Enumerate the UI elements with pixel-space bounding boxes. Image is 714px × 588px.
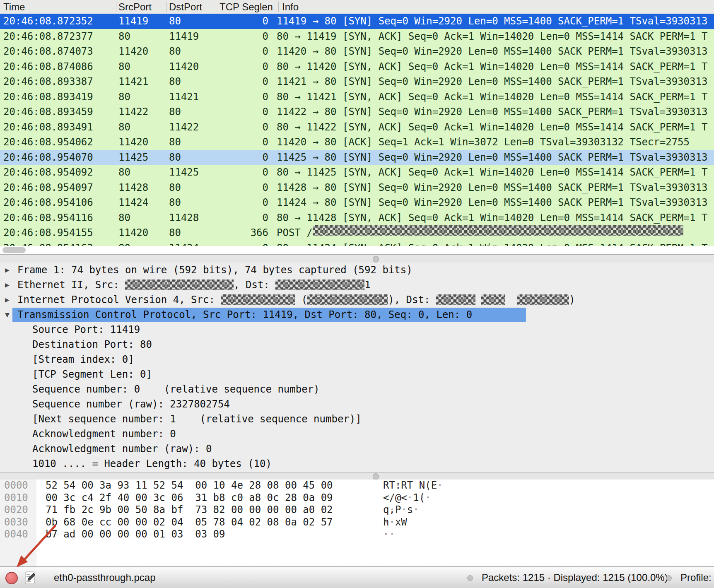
packet-row[interactable]: 20:46:08.9540971142880011428 → 80 [SYN] … [0,180,714,195]
packet-info-cell: 80 → 11424 [SYN, ACK] Seq=0 Ack=1 Win=14… [277,241,707,246]
collapse-arrow-icon[interactable]: ▼ [5,307,10,322]
hex-offset: 0040 [4,528,28,541]
packet-info-cell: 11428 → 80 [SYN] Seq=0 Win=2920 Len=0 MS… [277,180,707,195]
column-header-info[interactable]: Info [282,0,299,14]
expand-arrow-icon[interactable]: ▶ [5,277,10,292]
detail-line[interactable]: ▶Frame 1: 74 bytes on wire (592 bits), 7… [0,263,714,277]
column-divider[interactable] [278,2,279,12]
detail-line[interactable]: ▼Transmission Control Protocol, Src Port… [0,307,714,322]
packet-row[interactable]: 20:46:08.9541061142480011424 → 80 [SYN] … [0,195,714,210]
redacted-content [313,225,683,236]
packet-row[interactable]: 20:46:08.8934198011421080 → 11421 [SYN, … [0,89,714,105]
profile-label[interactable]: Profile: D [680,567,714,588]
redacted-content [517,294,569,305]
hex-ascii: RT·:··RT ··N(··E· [383,480,437,492]
packet-list-header: Time SrcPort DstPort TCP Seglen Info [0,0,714,14]
packet-info-cell: POST / [277,225,313,241]
redacted-content [221,294,295,305]
detail-line[interactable]: 1010 .... = Header Length: 40 bytes (10) [0,456,714,471]
packet-list: 20:46:08.8723521141980011419 → 80 [SYN] … [0,14,714,246]
packet-info-cell: 80 → 11428 [SYN, ACK] Seq=0 Ack=1 Win=14… [277,210,707,226]
detail-line[interactable]: Source Port: 11419 [0,322,714,337]
column-divider[interactable] [166,2,166,12]
packet-row[interactable]: 20:46:08.8933871142180011421 → 80 [SYN] … [0,74,714,89]
packet-info-cell: 80 → 11425 [SYN, ACK] Seq=0 Ack=1 Win=14… [277,165,707,180]
packet-info-cell: 11422 → 80 [SYN] Seq=0 Win=2920 Len=0 MS… [277,104,707,120]
hex-row[interactable]: 0040b7 ad 00 00 00 00 01 03 03 09·······… [0,528,714,541]
detail-line[interactable]: Destination Port: 80 [0,337,714,352]
status-separator-dot [666,575,672,581]
hex-ascii: q·,··P·· s······· [383,504,413,516]
wireshark-window: Time SrcPort DstPort TCP Seglen Info 20:… [0,0,714,588]
packet-details-pane: ▶Frame 1: 74 bytes on wire (592 bits), 7… [0,263,714,472]
detail-line[interactable]: ▶Ethernet II, Src: , Dst: 1 [0,277,714,292]
hex-bytes: 71 fb 2c 9b 00 50 8a bf 73 82 00 00 00 0… [46,504,333,516]
hex-offset: 0030 [4,516,28,529]
hex-row[interactable]: 002071 fb 2c 9b 00 50 8a bf 73 82 00 00 … [0,504,714,516]
splitter-handle[interactable] [373,256,379,263]
hex-offset: 0020 [4,504,28,516]
packet-row[interactable]: 20:46:08.8740731142080011420 → 80 [SYN] … [0,44,714,59]
packet-row[interactable]: 20:46:08.8723778011419080 → 11419 [SYN, … [0,29,714,44]
capture-status-icon[interactable] [5,572,18,584]
packet-info-cell: 11420 → 80 [SYN] Seq=0 Win=2920 Len=0 MS… [277,44,707,59]
column-header-srcport[interactable]: SrcPort [118,0,152,14]
pane-splitter-top[interactable] [0,254,714,263]
redacted-content [275,280,364,290]
packet-info-cell: 11425 → 80 [SYN] Seq=0 Win=2920 Len=0 MS… [277,150,707,165]
packet-row[interactable]: 20:46:08.8934591142280011422 → 80 [SYN] … [0,104,714,120]
hex-row[interactable]: 001000 3c c4 2f 40 00 3c 06 31 b8 c0 a8 … [0,492,714,504]
column-divider[interactable] [116,2,116,12]
detail-line[interactable]: Acknowledgment number (raw): 0 [0,441,714,456]
capture-filename: eth0-passthrough.pcap [54,567,156,588]
redacted-content [125,280,234,290]
packet-info-cell: 80 → 11420 [SYN, ACK] Seq=0 Ack=1 Win=14… [277,59,707,75]
horizontal-scrollbar[interactable] [0,246,714,255]
packet-bytes-pane[interactable]: 000052 54 00 3a 93 11 52 54 00 10 4e 28 … [0,480,714,566]
column-header-seglen[interactable]: TCP Seglen [220,0,273,14]
detail-line[interactable]: Acknowledgment number: 0 [0,427,714,441]
packet-row[interactable]: 20:46:08.8740868011420080 → 11420 [SYN, … [0,59,714,75]
packet-row[interactable]: 20:46:08.9540701142580011425 → 80 [SYN] … [0,150,714,165]
redacted-content [436,294,475,305]
hex-ascii: ·<·/@·<· 1····(·· [383,492,425,504]
status-bar: eth0-passthrough.pcap Packets: 1215 · Di… [0,566,714,588]
packet-row[interactable]: 20:46:08.9541551142080366POST / [0,225,714,241]
detail-line[interactable]: ▶Internet Protocol Version 4, Src: (), D… [0,292,714,307]
splitter-handle[interactable] [373,473,379,480]
packet-info-cell: 11420 → 80 [ACK] Seq=1 Ack=1 Win=3072 Le… [277,135,690,150]
hex-offset: 0010 [4,492,28,504]
expand-arrow-icon[interactable]: ▶ [5,292,10,307]
hex-offset: 0000 [4,480,28,492]
column-divider[interactable] [216,2,216,12]
packet-row[interactable]: 20:46:08.9540621142080011420 → 80 [ACK] … [0,135,714,150]
packet-row[interactable]: 20:46:08.8723521141980011419 → 80 [SYN] … [0,14,714,29]
hex-bytes: 0b 68 0e cc 00 00 02 04 05 78 04 02 08 0… [46,516,333,529]
packet-info-cell: 11421 → 80 [SYN] Seq=0 Win=2920 Len=0 MS… [277,74,707,89]
detail-line[interactable]: [Stream index: 0] [0,352,714,367]
packet-counts-label: Packets: 1215 · Displayed: 1215 (100.0%) [482,567,668,588]
scrollbar-thumb[interactable] [2,247,26,253]
packet-row[interactable]: 20:46:08.9540928011425080 → 11425 [SYN, … [0,165,714,180]
detail-line[interactable]: Sequence number: 0 (relative sequence nu… [0,382,714,397]
expert-info-icon[interactable] [25,571,36,588]
detail-line[interactable]: [Next sequence number: 1 (relative seque… [0,412,714,427]
packet-row[interactable]: 20:46:08.9541168011428080 → 11428 [SYN, … [0,210,714,226]
expand-arrow-icon[interactable]: ▶ [5,263,10,277]
hex-ascii: ·h······ ·x·····W [383,516,407,529]
hex-row[interactable]: 00300b 68 0e cc 00 00 02 04 05 78 04 02 … [0,516,714,529]
column-header-time[interactable]: Time [3,0,25,14]
redacted-content [481,294,505,305]
detail-line[interactable]: [TCP Segment Len: 0] [0,367,714,382]
packet-info-cell: 80 → 11421 [SYN, ACK] Seq=0 Ack=1 Win=14… [277,89,707,105]
column-header-dstport[interactable]: DstPort [169,0,202,14]
redacted-content [307,294,388,305]
packet-info-cell: 11424 → 80 [SYN] Seq=0 Win=2920 Len=0 MS… [277,195,707,210]
detail-line[interactable]: Sequence number (raw): 2327802754 [0,397,714,412]
hex-row[interactable]: 000052 54 00 3a 93 11 52 54 00 10 4e 28 … [0,480,714,492]
hex-bytes: b7 ad 00 00 00 00 01 03 03 09 [46,528,225,541]
packet-row[interactable]: 20:46:08.8934918011422080 → 11422 [SYN, … [0,120,714,135]
packet-row[interactable]: 20:46:08.9541638011424080 → 11424 [SYN, … [0,241,714,246]
pane-splitter-bottom[interactable] [0,472,714,480]
packet-info-cell: 80 → 11422 [SYN, ACK] Seq=0 Ack=1 Win=14… [277,120,707,135]
